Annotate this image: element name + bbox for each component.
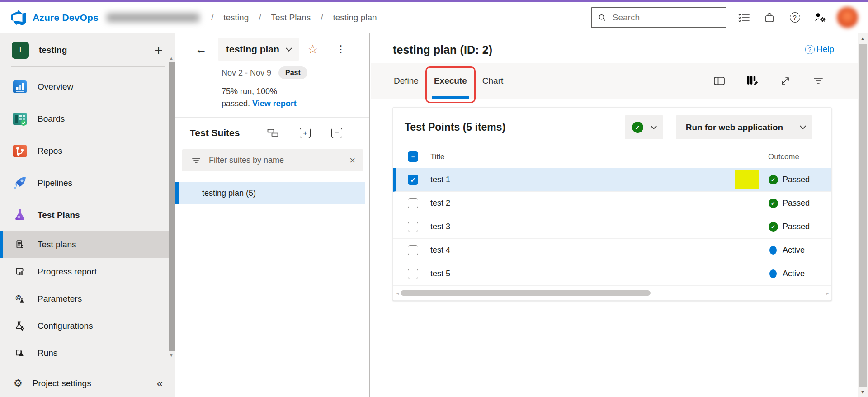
search-box[interactable] — [591, 7, 726, 28]
breadcrumb-item-test-plans[interactable]: Test Plans — [271, 13, 311, 23]
chevron-down-icon — [286, 45, 292, 51]
row-checkbox[interactable] — [408, 245, 418, 255]
row-checkbox[interactable] — [408, 222, 418, 232]
sidebar-item-project-settings[interactable]: ⚙ Project settings « — [0, 369, 175, 397]
scroll-left-icon[interactable]: ◂ — [396, 291, 399, 296]
tab-strip: Define Execute Chart — [371, 63, 858, 99]
fullscreen-icon[interactable] — [779, 75, 791, 87]
vscroll-thumb[interactable] — [859, 44, 867, 387]
sidebar-item-pipelines[interactable]: Pipelines — [0, 167, 175, 199]
row-outcome: ✓ Passed — [768, 198, 819, 208]
test-plans-page-icon — [14, 237, 25, 252]
breadcrumb-item-testing-plan[interactable]: testing plan — [333, 13, 377, 23]
test-point-row[interactable]: test 3 ✓ Passed — [393, 215, 831, 239]
progress-report-icon — [14, 264, 25, 279]
breadcrumb-item-testing[interactable]: testing — [223, 13, 249, 23]
row-outcome: ✓ Passed — [768, 222, 819, 232]
hscroll-thumb[interactable] — [401, 290, 651, 296]
scroll-down-icon[interactable]: ▼ — [860, 387, 866, 397]
plan-selector-dropdown[interactable]: testing plan — [218, 38, 299, 61]
run-for-web-application-button[interactable]: Run for web application — [676, 115, 812, 139]
help-icon[interactable]: ? — [789, 12, 801, 24]
more-options-icon[interactable]: ⋮ — [336, 43, 346, 55]
clear-filter-icon[interactable]: × — [349, 155, 355, 166]
overview-icon — [12, 79, 28, 95]
suite-item-testing-plan[interactable]: testing plan (5) — [175, 182, 365, 204]
active-tab-underline — [432, 96, 469, 99]
back-button[interactable]: ← — [195, 43, 207, 57]
select-all-checkbox[interactable]: − — [408, 151, 418, 162]
help-link[interactable]: ? Help — [805, 44, 834, 54]
vertical-scrollbar[interactable]: ▲ ▼ — [858, 33, 868, 397]
topbar-actions: ? — [738, 12, 826, 24]
project-header[interactable]: T testing + — [0, 33, 175, 66]
passed-outcome-icon: ✓ — [632, 122, 643, 133]
passed-icon: ✓ — [768, 222, 778, 232]
sidebar-item-progress-report[interactable]: Progress report — [0, 258, 175, 285]
sidebar-item-overview[interactable]: Overview — [0, 71, 175, 103]
task-list-icon[interactable] — [738, 12, 750, 24]
expand-all-icon[interactable]: + — [300, 128, 311, 138]
suite-hierarchy-icon[interactable] — [267, 128, 279, 138]
parameters-icon: @ — [14, 291, 25, 307]
sidebar-nav: Overview — [0, 71, 175, 367]
collapse-all-icon[interactable]: − — [331, 128, 342, 138]
suite-filter-box[interactable]: × — [182, 149, 363, 171]
sidebar-scroll-thumb[interactable] — [169, 62, 175, 351]
filter-icon[interactable] — [812, 75, 824, 87]
test-point-row[interactable]: test 2 ✓ Passed — [393, 192, 831, 215]
scroll-up-icon[interactable]: ▲ — [860, 33, 866, 43]
sidebar-divider — [11, 66, 165, 67]
repos-icon — [12, 143, 28, 159]
sidebar-item-test-plans[interactable]: Test Plans — [0, 199, 175, 231]
collapse-sidebar-button[interactable]: « — [157, 377, 163, 390]
row-checkbox[interactable]: ✓ — [408, 175, 418, 185]
project-sidebar: T testing + Overview — [0, 33, 175, 397]
user-avatar[interactable] — [837, 7, 858, 28]
horizontal-scrollbar[interactable]: ◂ ▸ — [396, 289, 829, 297]
outcome-filter-dropdown[interactable]: ✓ — [625, 115, 663, 139]
scroll-right-icon[interactable]: ▸ — [826, 291, 829, 296]
sidebar-scrollbar[interactable]: ▲ ▼ — [168, 55, 175, 358]
tab-chart[interactable]: Chart — [481, 74, 504, 88]
org-name-redacted[interactable] — [107, 13, 199, 22]
sidebar-item-runs[interactable]: Runs — [0, 340, 175, 367]
sidebar-item-parameters[interactable]: @ Parameters — [0, 285, 175, 312]
view-report-link[interactable]: View report — [252, 99, 297, 108]
azure-devops-home-link[interactable]: Azure DevOps — [11, 10, 99, 25]
runs-icon — [14, 345, 25, 361]
test-point-row[interactable]: test 5 Active — [393, 262, 831, 286]
scroll-up-icon[interactable]: ▲ — [169, 55, 174, 61]
favorite-star-icon[interactable]: ☆ — [307, 42, 318, 57]
passed-icon: ✓ — [768, 198, 778, 208]
sidebar-item-configurations[interactable]: Configurations — [0, 312, 175, 340]
add-project-button[interactable]: + — [154, 43, 163, 57]
suite-filter-input[interactable] — [208, 155, 342, 165]
marketplace-bag-icon[interactable] — [764, 12, 775, 24]
tab-define[interactable]: Define — [393, 74, 420, 88]
row-title: test 4 — [430, 246, 450, 255]
sidebar-item-boards[interactable]: Boards — [0, 103, 175, 135]
test-point-row[interactable]: ✓ test 1 ✓ Passed — [393, 168, 831, 192]
test-point-row[interactable]: test 4 Active — [393, 239, 831, 262]
yellow-highlight-marker — [735, 170, 759, 189]
run-options-chevron[interactable] — [793, 126, 812, 128]
user-settings-icon[interactable] — [814, 12, 826, 24]
scroll-down-icon[interactable]: ▼ — [169, 352, 174, 358]
tab-execute[interactable]: Execute — [433, 74, 468, 88]
breadcrumb-separator: / — [321, 13, 323, 23]
column-options-icon[interactable] — [746, 75, 758, 87]
test-suites-panel: ← testing plan ☆ ⋮ Nov 2 - Nov 9 Past 75… — [175, 33, 370, 397]
test-points-card: Test Points (5 items) ✓ Run for web appl… — [392, 107, 832, 301]
search-input[interactable] — [612, 12, 719, 23]
row-checkbox[interactable] — [408, 269, 418, 279]
row-title: test 1 — [430, 175, 450, 184]
row-title: test 5 — [430, 269, 450, 279]
breadcrumb-separator: / — [211, 13, 213, 23]
passed-icon: ✓ — [768, 175, 778, 184]
sidebar-item-test-plans-page[interactable]: Test plans — [0, 231, 175, 258]
sidebar-item-repos[interactable]: Repos — [0, 135, 175, 167]
plan-summary: 75% run, 100% passed. View report — [175, 85, 369, 110]
details-pane-icon[interactable] — [713, 75, 725, 87]
row-checkbox[interactable] — [408, 198, 418, 208]
